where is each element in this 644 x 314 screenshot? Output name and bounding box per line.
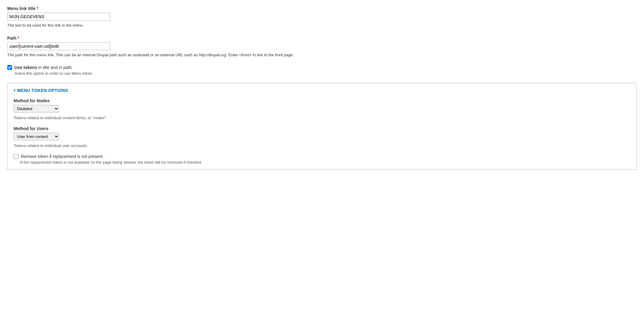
method-nodes-section: Method for Nodes Disabled Node from URL … (14, 98, 630, 120)
path-desc-end: to link to the front page. (251, 53, 294, 57)
path-input[interactable] (7, 42, 110, 50)
remove-token-description: If the replacement token is not availabl… (20, 160, 630, 165)
path-desc-after: . Enter (226, 53, 239, 57)
path-required: * (18, 36, 19, 41)
path-description: The path for this menu link. This can be… (7, 52, 637, 58)
token-options-header: ▾ MENU TOKEN OPTIONS (14, 88, 630, 93)
use-tokens-label[interactable]: Use tokens in title and in path. (15, 65, 73, 70)
method-nodes-select[interactable]: Disabled Node from URL Node from context (14, 105, 59, 113)
remove-token-label[interactable]: Remove token if replacement is not prese… (21, 154, 103, 159)
menu-token-options-box: ▾ MENU TOKEN OPTIONS Method for Nodes Di… (7, 83, 637, 170)
method-nodes-description: Tokens related to individual content ite… (14, 116, 630, 120)
path-label-text: Path (7, 36, 16, 41)
method-users-description: Tokens related to individual user accoun… (14, 143, 630, 148)
menu-link-title-required: * (37, 6, 38, 11)
menu-link-title-input[interactable] (7, 13, 110, 21)
use-tokens-bold: Use tokens (15, 65, 37, 70)
path-desc-before: The path for this menu link. This can be… (7, 53, 133, 57)
use-tokens-description: Active this option in order to use Menu … (15, 71, 637, 76)
method-users-section: Method for Users Disabled User from URL … (14, 126, 630, 148)
menu-link-title-section: Menu link title* The text to be used for… (7, 6, 637, 28)
menu-link-title-label: Menu link title* (7, 6, 637, 11)
method-users-select[interactable]: Disabled User from URL User from context… (14, 133, 59, 140)
use-tokens-section: Use tokens in title and in path. Active … (7, 65, 637, 76)
menu-link-title-label-text: Menu link title (7, 6, 35, 11)
use-tokens-row: Use tokens in title and in path. (7, 65, 637, 70)
use-tokens-checkbox[interactable] (7, 65, 12, 70)
path-desc-middle: or an external URL such as (149, 53, 199, 57)
method-users-label: Method for Users (14, 126, 630, 131)
method-nodes-label: Method for Nodes (14, 98, 630, 103)
remove-token-row: Remove token if replacement is not prese… (14, 154, 630, 159)
path-desc-drupal-org: http://drupal.org (199, 53, 226, 57)
use-tokens-rest: in title and in path. (37, 65, 73, 70)
path-label: Path* (7, 36, 637, 41)
path-desc-node-add: node/add (133, 53, 149, 57)
collapse-arrow-icon[interactable]: ▾ (14, 88, 15, 93)
path-section: Path* The path for this menu link. This … (7, 36, 637, 58)
token-options-title: MENU TOKEN OPTIONS (17, 88, 68, 93)
path-desc-front: <front> (239, 53, 251, 57)
remove-token-checkbox[interactable] (14, 154, 18, 159)
remove-token-section: Remove token if replacement is not prese… (14, 154, 630, 165)
menu-link-title-description: The text to be used for this link in the… (7, 22, 637, 28)
